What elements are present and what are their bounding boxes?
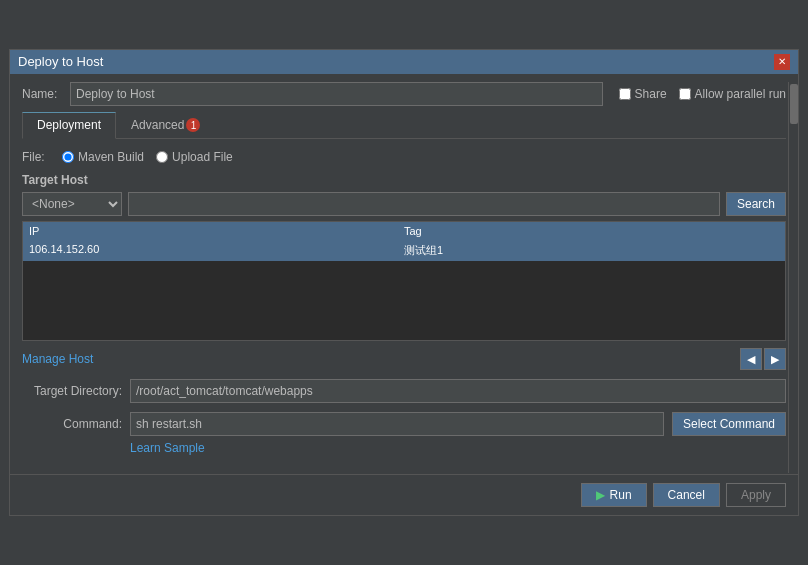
- command-input[interactable]: [130, 412, 664, 436]
- run-icon: ▶: [596, 488, 605, 502]
- nav-buttons: ◀ ▶: [740, 348, 786, 370]
- dialog-body: Name: Share Allow parallel run Deploymen…: [10, 74, 798, 469]
- name-options: Share Allow parallel run: [619, 87, 786, 101]
- upload-radio[interactable]: [156, 151, 168, 163]
- row-tag: 测试组1: [404, 243, 779, 258]
- target-dir-row: Target Directory:: [22, 379, 786, 403]
- tab-deployment[interactable]: Deployment: [22, 112, 116, 140]
- host-filter-row: <None> Search: [22, 192, 786, 216]
- parallel-checkbox[interactable]: [679, 88, 691, 100]
- host-select[interactable]: <None>: [22, 192, 122, 216]
- row-ip: 106.14.152.60: [29, 243, 404, 258]
- apply-button[interactable]: Apply: [726, 483, 786, 507]
- name-input[interactable]: [70, 82, 603, 106]
- title-bar-buttons: ✕: [774, 54, 790, 70]
- manage-row: Manage Host ◀ ▶: [22, 348, 786, 370]
- upload-radio-label[interactable]: Upload File: [156, 150, 233, 164]
- col-ip: IP: [29, 225, 404, 237]
- target-dir-input[interactable]: [130, 379, 786, 403]
- deployment-section: File: Maven Build Upload File Target Hos…: [22, 145, 786, 460]
- manage-host-link[interactable]: Manage Host: [22, 352, 93, 366]
- select-command-button[interactable]: Select Command: [672, 412, 786, 436]
- name-label: Name:: [22, 87, 62, 101]
- advanced-badge: 1: [186, 118, 200, 132]
- maven-radio[interactable]: [62, 151, 74, 163]
- close-button[interactable]: ✕: [774, 54, 790, 70]
- run-button[interactable]: ▶ Run: [581, 483, 647, 507]
- name-row: Name: Share Allow parallel run: [22, 82, 786, 106]
- tab-advanced[interactable]: Advanced1: [116, 112, 215, 139]
- run-label: Run: [610, 488, 632, 502]
- host-table: IP Tag 106.14.152.60 测试组1: [22, 221, 786, 341]
- command-row: Command: Select Command: [22, 412, 786, 436]
- command-label: Command:: [22, 417, 122, 431]
- search-button[interactable]: Search: [726, 192, 786, 216]
- maven-label: Maven Build: [78, 150, 144, 164]
- parallel-checkbox-label[interactable]: Allow parallel run: [679, 87, 786, 101]
- footer: ▶ Run Cancel Apply: [10, 474, 798, 515]
- title-bar: Deploy to Host ✕: [10, 50, 798, 74]
- tabs: Deployment Advanced1: [22, 112, 786, 140]
- table-header: IP Tag: [23, 222, 785, 240]
- file-label: File:: [22, 150, 50, 164]
- dialog-title: Deploy to Host: [18, 54, 103, 69]
- maven-radio-label[interactable]: Maven Build: [62, 150, 144, 164]
- next-button[interactable]: ▶: [764, 348, 786, 370]
- share-label: Share: [635, 87, 667, 101]
- cancel-button[interactable]: Cancel: [653, 483, 720, 507]
- scrollbar[interactable]: [788, 82, 798, 474]
- target-host-label: Target Host: [22, 173, 786, 187]
- deploy-dialog: Deploy to Host ✕ Name: Share Allow paral…: [9, 49, 799, 517]
- share-checkbox[interactable]: [619, 88, 631, 100]
- host-filter-input[interactable]: [128, 192, 720, 216]
- scrollbar-thumb: [790, 84, 798, 124]
- parallel-label: Allow parallel run: [695, 87, 786, 101]
- prev-button[interactable]: ◀: [740, 348, 762, 370]
- upload-label: Upload File: [172, 150, 233, 164]
- share-checkbox-label[interactable]: Share: [619, 87, 667, 101]
- table-row[interactable]: 106.14.152.60 测试组1: [23, 240, 785, 261]
- target-dir-label: Target Directory:: [22, 384, 122, 398]
- col-tag: Tag: [404, 225, 779, 237]
- file-row: File: Maven Build Upload File: [22, 150, 786, 164]
- learn-sample-link[interactable]: Learn Sample: [130, 441, 786, 455]
